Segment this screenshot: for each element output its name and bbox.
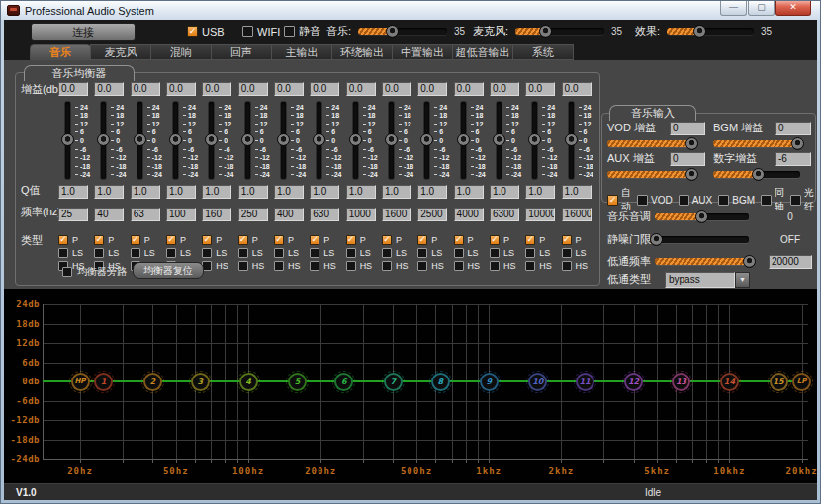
- eq-type-ls-checkbox[interactable]: [382, 248, 392, 258]
- tab-4[interactable]: 回声: [211, 44, 272, 60]
- eq-type-ls-checkbox[interactable]: [274, 248, 284, 258]
- eq-point-13[interactable]: 13: [672, 373, 690, 391]
- eq-bypass-checkbox[interactable]: [62, 267, 72, 277]
- eq-type-hs-checkbox[interactable]: [346, 261, 356, 271]
- eq-point-14[interactable]: 14: [720, 373, 739, 391]
- slider-thumb[interactable]: [791, 137, 804, 150]
- source-checkbox[interactable]: [679, 195, 689, 206]
- eq-freq-input[interactable]: 2500: [417, 208, 447, 221]
- input-gain-value[interactable]: -6: [775, 152, 811, 166]
- eq-q-input[interactable]: 1.0: [417, 185, 447, 199]
- tab-9[interactable]: 系统: [512, 44, 574, 60]
- eq-type-p-checkbox[interactable]: [58, 235, 68, 245]
- eq-gain-slider[interactable]: 24181260-6-12-18-24: [202, 102, 237, 181]
- eq-type-p-checkbox[interactable]: [202, 235, 212, 245]
- eq-q-input[interactable]: 1.0: [525, 185, 555, 199]
- control-dropdown[interactable]: bypass▼: [665, 272, 750, 288]
- slider-thumb[interactable]: [565, 133, 578, 146]
- eq-q-input[interactable]: 1.0: [562, 185, 592, 199]
- source-checkbox[interactable]: [607, 195, 618, 206]
- eq-q-input[interactable]: 1.0: [382, 185, 411, 199]
- eq-q-input[interactable]: 1.0: [166, 185, 196, 199]
- eq-point-9[interactable]: 9: [480, 373, 499, 391]
- eq-gain-slider[interactable]: 24181260-6-12-18-24: [238, 102, 274, 181]
- tab-8[interactable]: 超低音输出: [452, 44, 513, 60]
- eq-gain-input[interactable]: 0.0: [238, 82, 268, 96]
- tab-2[interactable]: 麦克风: [90, 44, 151, 60]
- eq-point-7[interactable]: 7: [384, 373, 403, 391]
- eq-type-p-checkbox[interactable]: [382, 235, 392, 245]
- eq-point-1[interactable]: 1: [94, 373, 113, 391]
- eq-gain-slider[interactable]: 24181260-6-12-18-24: [346, 102, 382, 181]
- eq-type-hs-checkbox[interactable]: [490, 261, 500, 271]
- eq-gain-slider[interactable]: 24181260-6-12-18-24: [131, 102, 166, 181]
- eq-type-ls-checkbox[interactable]: [310, 248, 319, 258]
- eq-gain-slider[interactable]: 24181260-6-12-18-24: [274, 102, 310, 181]
- eq-gain-input[interactable]: 0.0: [131, 82, 160, 96]
- eq-type-p-checkbox[interactable]: [417, 235, 427, 245]
- eq-type-hs-checkbox[interactable]: [525, 261, 535, 271]
- mic-volume-slider[interactable]: [515, 28, 604, 35]
- tab-7[interactable]: 中置输出: [392, 44, 453, 60]
- slider-thumb[interactable]: [457, 133, 470, 146]
- source-checkbox[interactable]: [637, 195, 648, 206]
- eq-point-3[interactable]: 3: [191, 373, 210, 391]
- slider-thumb[interactable]: [205, 133, 218, 146]
- eq-type-p-checkbox[interactable]: [346, 235, 356, 245]
- eq-gain-input[interactable]: 0.0: [490, 82, 519, 96]
- eq-type-p-checkbox[interactable]: [166, 235, 176, 245]
- eq-point-4[interactable]: 4: [239, 373, 258, 391]
- eq-type-hs-checkbox[interactable]: [562, 261, 572, 271]
- eq-gain-input[interactable]: 0.0: [94, 82, 124, 96]
- tab-3[interactable]: 混响: [150, 44, 212, 60]
- slider-thumb[interactable]: [134, 133, 146, 146]
- slider-thumb[interactable]: [685, 168, 698, 181]
- eq-type-ls-checkbox[interactable]: [131, 248, 140, 258]
- slider-thumb[interactable]: [61, 133, 74, 146]
- eq-freq-input[interactable]: 4000: [454, 208, 484, 221]
- slider-thumb[interactable]: [349, 133, 362, 146]
- eq-point-hp[interactable]: HP: [71, 373, 90, 391]
- eq-freq-input[interactable]: 10000: [525, 208, 555, 221]
- eq-freq-input[interactable]: 400: [274, 208, 304, 221]
- eq-gain-slider[interactable]: 24181260-6-12-18-24: [562, 102, 597, 181]
- eq-freq-input[interactable]: 63: [131, 208, 160, 221]
- control-slider[interactable]: [655, 236, 749, 243]
- eq-type-p-checkbox[interactable]: [131, 235, 140, 245]
- eq-point-6[interactable]: 6: [334, 373, 353, 391]
- tab-6[interactable]: 环绕输出: [331, 44, 393, 60]
- eq-type-p-checkbox[interactable]: [525, 235, 535, 245]
- usb-checkbox[interactable]: [187, 26, 198, 37]
- eq-freq-input[interactable]: 25: [58, 208, 88, 221]
- eq-type-p-checkbox[interactable]: [274, 235, 284, 245]
- eq-type-ls-checkbox[interactable]: [202, 248, 212, 258]
- eq-q-input[interactable]: 1.0: [310, 185, 339, 199]
- eq-gain-slider[interactable]: 24181260-6-12-18-24: [94, 102, 130, 181]
- tab-5[interactable]: 主输出: [271, 44, 332, 60]
- maximize-button[interactable]: ▢: [748, 1, 775, 16]
- slider-thumb[interactable]: [385, 133, 398, 146]
- eq-type-ls-checkbox[interactable]: [562, 248, 572, 258]
- slider-thumb[interactable]: [695, 210, 708, 223]
- music-volume-slider[interactable]: [358, 28, 447, 35]
- eq-gain-input[interactable]: 0.0: [346, 82, 376, 96]
- input-gain-value[interactable]: 0: [670, 122, 705, 135]
- control-slider[interactable]: [655, 213, 749, 220]
- eq-freq-input[interactable]: 1600: [382, 208, 411, 221]
- eq-point-8[interactable]: 8: [431, 373, 450, 391]
- eq-point-12[interactable]: 12: [624, 373, 643, 391]
- input-gain-slider[interactable]: [713, 140, 800, 147]
- eq-gain-input[interactable]: 0.0: [562, 82, 592, 96]
- eq-freq-input[interactable]: 100: [166, 208, 196, 221]
- slider-thumb[interactable]: [241, 133, 254, 146]
- slider-thumb[interactable]: [685, 137, 698, 150]
- eq-gain-slider[interactable]: 24181260-6-12-18-24: [166, 102, 202, 181]
- eq-gain-slider[interactable]: 24181260-6-12-18-24: [454, 102, 490, 181]
- mute-checkbox[interactable]: [284, 26, 295, 37]
- input-gain-slider[interactable]: [607, 140, 694, 147]
- connect-button[interactable]: 连接: [31, 23, 136, 41]
- eq-q-input[interactable]: 1.0: [94, 185, 124, 199]
- eq-type-ls-checkbox[interactable]: [94, 248, 104, 258]
- input-gain-slider[interactable]: [713, 171, 800, 178]
- eq-point-2[interactable]: 2: [143, 373, 162, 391]
